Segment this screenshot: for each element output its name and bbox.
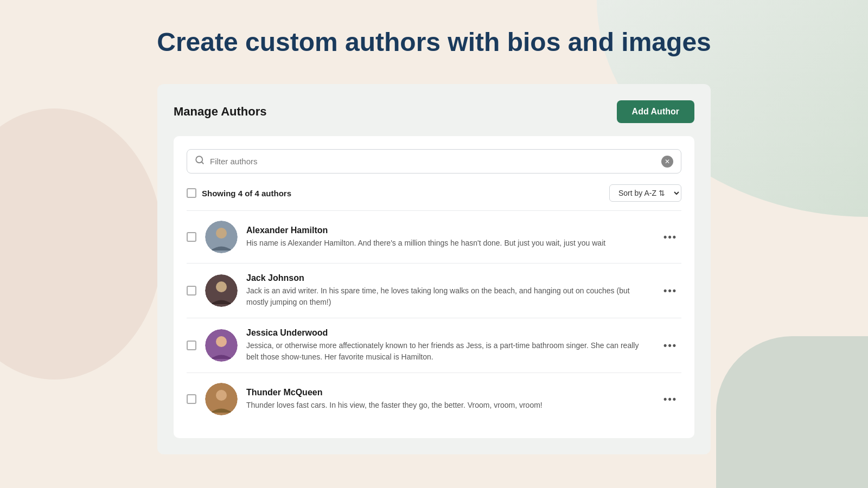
- author-info-jessica-underwood: Jessica Underwood Jessica, or otherwise …: [246, 328, 650, 363]
- author-name-alexander-hamilton: Alexander Hamilton: [246, 226, 650, 235]
- author-row: Thunder McQueen Thunder loves fast cars.…: [187, 373, 681, 425]
- search-icon: [195, 155, 205, 168]
- author-info-jack-johnson: Jack Johnson Jack is an avid writer. In …: [246, 273, 650, 308]
- author-checkbox-alexander-hamilton[interactable]: [187, 232, 196, 242]
- author-more-menu-jessica-underwood[interactable]: •••: [659, 338, 681, 354]
- author-bio-thunder-mcqueen: Thunder loves fast cars. In his view, th…: [246, 400, 650, 411]
- card-header: Manage Authors Add Author: [174, 100, 694, 123]
- author-checkbox-thunder-mcqueen[interactable]: [187, 394, 196, 404]
- author-avatar-alexander-hamilton: [205, 221, 238, 253]
- svg-point-3: [216, 228, 227, 239]
- author-checkbox-jack-johnson[interactable]: [187, 286, 196, 296]
- author-name-jessica-underwood: Jessica Underwood: [246, 328, 650, 338]
- card-heading: Manage Authors: [174, 105, 267, 119]
- author-more-menu-thunder-mcqueen[interactable]: •••: [659, 391, 681, 407]
- list-controls: Showing 4 of 4 authors Sort by A-Z ⇅ Sor…: [187, 184, 681, 202]
- page-title: Create custom authors with bios and imag…: [157, 27, 711, 57]
- author-avatar-jessica-underwood: [205, 329, 238, 362]
- author-avatar-jack-johnson: [205, 274, 238, 307]
- author-bio-jessica-underwood: Jessica, or otherwise more affectionatel…: [246, 340, 650, 363]
- manage-authors-card: Manage Authors Add Author ✕ Showin: [157, 84, 711, 454]
- add-author-button[interactable]: Add Author: [617, 100, 694, 123]
- author-checkbox-jessica-underwood[interactable]: [187, 341, 196, 350]
- sort-select[interactable]: Sort by A-Z ⇅ Sort by Z-A Newest Oldest: [609, 184, 681, 202]
- author-name-jack-johnson: Jack Johnson: [246, 273, 650, 283]
- author-bio-jack-johnson: Jack is an avid writer. In his spare tim…: [246, 285, 650, 308]
- author-more-menu-jack-johnson[interactable]: •••: [659, 283, 681, 299]
- author-row: Alexander Hamilton His name is Alexander…: [187, 210, 681, 263]
- author-row: Jack Johnson Jack is an avid writer. In …: [187, 263, 681, 318]
- author-avatar-thunder-mcqueen: [205, 383, 238, 415]
- search-bar: ✕: [187, 149, 681, 174]
- author-more-menu-alexander-hamilton[interactable]: •••: [659, 229, 681, 245]
- select-all-checkbox[interactable]: [187, 188, 196, 198]
- svg-line-1: [201, 162, 203, 163]
- search-input[interactable]: [210, 157, 661, 166]
- author-row: Jessica Underwood Jessica, or otherwise …: [187, 318, 681, 373]
- author-bio-alexander-hamilton: His name is Alexander Hamilton. And ther…: [246, 237, 650, 249]
- clear-search-icon[interactable]: ✕: [661, 156, 673, 168]
- svg-point-9: [216, 390, 227, 401]
- showing-count: Showing 4 of 4 authors: [187, 188, 291, 198]
- author-list: Alexander Hamilton His name is Alexander…: [187, 210, 681, 425]
- author-info-alexander-hamilton: Alexander Hamilton His name is Alexander…: [246, 226, 650, 249]
- authors-panel: ✕ Showing 4 of 4 authors Sort by A-Z ⇅ S…: [174, 136, 694, 438]
- svg-point-7: [216, 336, 227, 347]
- author-info-thunder-mcqueen: Thunder McQueen Thunder loves fast cars.…: [246, 388, 650, 411]
- svg-point-5: [216, 281, 227, 292]
- author-name-thunder-mcqueen: Thunder McQueen: [246, 388, 650, 397]
